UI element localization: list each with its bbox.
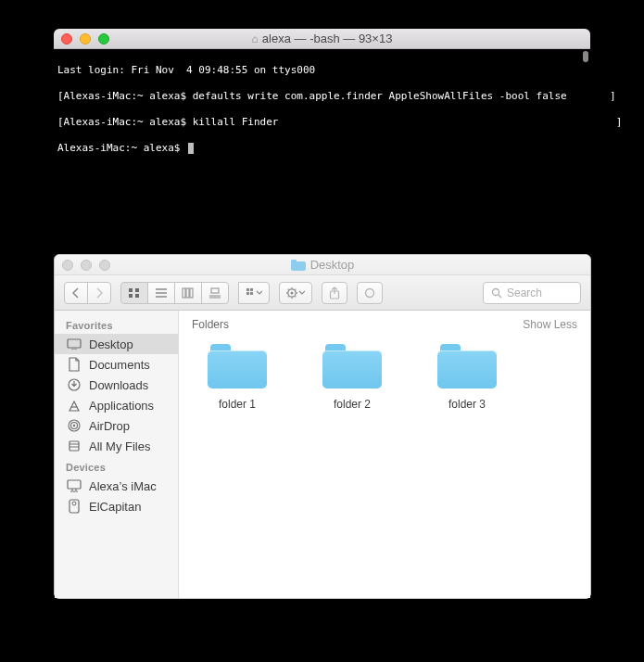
minimize-icon[interactable] [81,260,92,271]
sidebar: Favorites Desktop Documents Downloads Ap… [55,311,179,598]
svg-point-35 [72,502,76,505]
zoom-icon[interactable] [99,260,110,271]
sidebar-header-devices: Devices [55,456,178,476]
close-icon[interactable] [61,33,72,45]
finder-titlebar[interactable]: Desktop [55,255,590,275]
share-button[interactable] [322,282,347,304]
terminal-window: ⌂ alexa — -bash — 93×13 Last login: Fri … [54,29,590,224]
folder-item[interactable]: folder 2 [314,344,390,411]
content-area: Folders Show Less folder 1 folder 2 fold… [179,311,590,598]
terminal-line: Alexas-iMac:~ alexa$ [57,142,587,155]
sidebar-item-label: All My Files [89,439,150,453]
coverflow-view-button[interactable] [201,282,229,304]
svg-rect-23 [68,339,81,348]
allmyfiles-icon [66,439,82,453]
section-action[interactable]: Show Less [523,318,577,331]
finder-traffic-lights [62,260,110,271]
downloads-icon [66,377,82,392]
applications-icon [66,398,82,413]
sidebar-header-favorites: Favorites [55,314,178,334]
disk-icon [66,499,82,514]
svg-rect-0 [129,288,133,292]
sidebar-item-label: Downloads [89,378,148,392]
terminal-titlebar[interactable]: ⌂ alexa — -bash — 93×13 [54,29,590,49]
list-view-button[interactable] [147,282,175,304]
arrange-button[interactable] [238,282,270,304]
terminal-prompt: Alexas-iMac:~ alexa$ [57,142,186,154]
svg-rect-15 [246,292,249,295]
folder-label: folder 2 [334,398,371,411]
svg-point-21 [493,288,499,295]
svg-point-20 [366,288,374,297]
terminal-body[interactable]: Last login: Fri Nov 4 09:48:55 on ttys00… [54,49,590,224]
finder-title: Desktop [55,258,590,272]
folder-item[interactable]: folder 1 [199,344,275,411]
search-icon [491,287,502,299]
sidebar-item-allmyfiles[interactable]: All My Files [55,436,178,456]
sidebar-item-elcapitan[interactable]: ElCapitan [55,496,178,516]
svg-rect-7 [183,288,185,298]
items-grid: folder 1 folder 2 folder 3 [179,337,590,418]
svg-rect-3 [135,294,139,298]
svg-rect-9 [190,288,193,298]
zoom-icon[interactable] [98,33,109,45]
svg-rect-14 [250,288,253,291]
svg-rect-13 [246,288,249,291]
close-icon[interactable] [62,260,73,271]
sidebar-item-imac[interactable]: Alexa’s iMac [55,476,178,496]
sidebar-item-label: Desktop [89,337,133,351]
search-input[interactable]: Search [483,282,581,304]
documents-icon [66,357,82,372]
svg-rect-8 [186,288,189,298]
sidebar-item-airdrop[interactable]: AirDrop [55,415,178,436]
sidebar-item-label: ElCapitan [89,500,141,514]
sidebar-item-label: Applications [89,399,154,413]
svg-rect-33 [68,480,81,489]
section-title: Folders [192,318,229,331]
svg-rect-2 [129,294,133,298]
terminal-line: [Alexas-iMac:~ alexa$ defaults write com… [57,90,587,103]
search-placeholder: Search [507,286,542,299]
folder-label: folder 3 [448,398,486,411]
terminal-traffic-lights [61,33,109,45]
tags-button[interactable] [357,282,383,304]
home-icon: ⌂ [252,32,259,45]
terminal-line: Last login: Fri Nov 4 09:48:55 on ttys00… [57,64,587,77]
arrange-group [238,282,270,304]
sidebar-item-downloads[interactable]: Downloads [55,375,178,395]
action-button[interactable] [279,282,312,304]
icon-view-button[interactable] [120,282,148,304]
finder-window: Desktop [54,254,591,599]
svg-rect-10 [211,288,219,293]
desktop-icon [66,337,82,351]
sidebar-item-label: Documents [89,358,150,372]
back-button[interactable] [64,282,88,304]
folder-item[interactable]: folder 3 [429,344,505,411]
sidebar-item-label: Alexa’s iMac [89,479,157,493]
scrollbar[interactable] [583,51,588,62]
svg-rect-1 [135,288,139,292]
folder-icon [291,260,306,271]
svg-line-22 [499,295,501,298]
svg-rect-16 [250,292,253,295]
sidebar-item-applications[interactable]: Applications [55,395,178,415]
finder-body: Favorites Desktop Documents Downloads Ap… [55,311,590,598]
folder-icon [437,344,497,388]
airdrop-icon [66,418,82,433]
sidebar-item-documents[interactable]: Documents [55,354,178,375]
folder-icon [322,344,382,388]
svg-point-18 [291,291,294,294]
finder-toolbar: Search [55,275,590,311]
finder-title-text: Desktop [310,258,355,272]
nav-group [64,282,111,304]
svg-rect-30 [69,441,79,451]
svg-point-29 [73,425,75,426]
minimize-icon[interactable] [80,33,91,45]
section-header: Folders Show Less [179,311,590,337]
column-view-button[interactable] [174,282,202,304]
folder-label: folder 1 [219,398,256,411]
sidebar-item-label: AirDrop [89,419,130,433]
sidebar-item-desktop[interactable]: Desktop [55,334,178,354]
folder-icon [208,344,267,388]
forward-button[interactable] [87,282,111,304]
